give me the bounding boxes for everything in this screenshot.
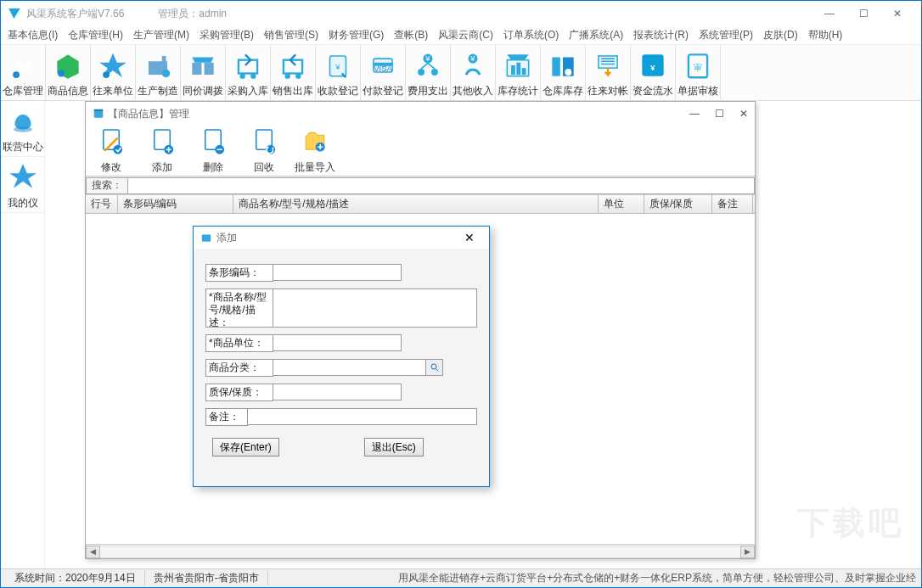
inp-remark[interactable] bbox=[248, 408, 477, 425]
col-0[interactable]: 行号 bbox=[86, 195, 118, 213]
tb-doc-audit[interactable]: 审 单据审核 bbox=[676, 45, 721, 100]
svg-rect-52 bbox=[511, 65, 515, 75]
status-right-text: 用风渠全能进销存+云商订货平台+分布式仓储的+财务一体化ERP系统，简单方便，轻… bbox=[398, 571, 916, 585]
cbtn-add[interactable]: 添加 bbox=[138, 128, 186, 173]
svg-rect-84 bbox=[202, 235, 211, 242]
tb-product-info-icon bbox=[51, 48, 85, 82]
tb-warehouse-mgmt[interactable]: 仓库管理 bbox=[1, 45, 46, 100]
menubar: 基本信息(I) 仓库管理(H) 生产管理(M) 采购管理(B) 销售管理(S) … bbox=[1, 26, 921, 45]
status-time: 系统时间：2020年9月14日 bbox=[6, 571, 145, 585]
minimize-button[interactable]: — bbox=[812, 2, 846, 25]
dialog-close-button[interactable]: ✕ bbox=[457, 231, 482, 244]
lab-warranty: 质保/保质： bbox=[205, 384, 273, 401]
inp-name[interactable] bbox=[273, 288, 477, 328]
menu-production[interactable]: 生产管理(M) bbox=[128, 26, 194, 44]
tb-warehouse-stock-label: 仓库库存 bbox=[543, 84, 583, 98]
search-input[interactable] bbox=[128, 177, 755, 194]
svg-point-29 bbox=[295, 74, 301, 79]
tb-cashflow-icon: ¥ bbox=[636, 48, 670, 82]
tb-reconcile[interactable]: 往来对帐 bbox=[586, 45, 631, 100]
tb-expense[interactable]: ¥ 费用支出 bbox=[406, 45, 451, 100]
tb-manufacture[interactable]: 生产制造 bbox=[136, 45, 181, 100]
tb-cashflow-label: 资金流水 bbox=[632, 84, 673, 98]
col-2[interactable]: 商品名称/型号/规格/描述 bbox=[233, 195, 599, 213]
menu-sales[interactable]: 销售管理(S) bbox=[259, 26, 323, 44]
status-location: 贵州省贵阳市-省贵阳市 bbox=[145, 571, 268, 585]
tb-manufacture-icon bbox=[141, 48, 175, 82]
col-4[interactable]: 质保/保质 bbox=[644, 195, 712, 213]
close-button[interactable]: ✕ bbox=[880, 2, 914, 25]
menu-cloud[interactable]: 风渠云商(C) bbox=[433, 26, 498, 44]
menu-skin[interactable]: 皮肤(D) bbox=[758, 26, 803, 44]
menu-help[interactable]: 帮助(H) bbox=[803, 26, 848, 44]
side-dashboard[interactable]: 我的仪 bbox=[1, 157, 44, 213]
childwin-max-button[interactable]: ☐ bbox=[715, 108, 724, 120]
tb-sales-out-label: 销售出库 bbox=[273, 84, 313, 98]
side-affiliate[interactable]: 联营中心 bbox=[1, 101, 44, 157]
statusbar: 系统时间：2020年9月14日 贵州省贵阳市-省贵阳市 用风渠全能进销存+云商订… bbox=[1, 568, 921, 587]
svg-rect-54 bbox=[522, 68, 526, 75]
inp-unit[interactable] bbox=[273, 334, 402, 351]
tb-transfer[interactable]: 同价调拨 bbox=[181, 45, 226, 100]
tb-sales-out[interactable]: 销售出库 bbox=[271, 45, 316, 100]
col-5[interactable]: 备注 bbox=[712, 195, 753, 213]
tb-stock-stats-icon bbox=[501, 48, 535, 82]
menu-finance[interactable]: 财务管理(G) bbox=[323, 26, 389, 44]
browse-category-button[interactable] bbox=[426, 359, 443, 376]
cbtn-edit-label: 修改 bbox=[101, 160, 121, 175]
col-3[interactable]: 单位 bbox=[599, 195, 644, 213]
cbtn-recycle[interactable]: 回收 bbox=[240, 128, 288, 173]
tb-purchase-in[interactable]: 采购入库 bbox=[226, 45, 271, 100]
menu-accounts[interactable]: 查帐(B) bbox=[389, 26, 433, 44]
tb-warehouse-mgmt-icon bbox=[6, 48, 40, 82]
svg-marker-72 bbox=[9, 164, 37, 188]
menu-warehouse[interactable]: 仓库管理(H) bbox=[63, 26, 128, 44]
tb-payment-reg-label: 付款登记 bbox=[363, 84, 403, 98]
menu-report[interactable]: 报表统计(R) bbox=[628, 26, 694, 44]
menu-basic[interactable]: 基本信息(I) bbox=[3, 26, 63, 44]
maximize-button[interactable]: ☐ bbox=[846, 2, 880, 25]
menu-broadcast[interactable]: 广播系统(A) bbox=[564, 26, 628, 44]
scroll-right-arrow-icon[interactable]: ▶ bbox=[740, 546, 755, 558]
save-button[interactable]: 保存(Enter) bbox=[212, 438, 279, 456]
scrollbar-track[interactable] bbox=[100, 546, 740, 558]
lab-remark: 备注： bbox=[205, 408, 248, 426]
menu-system[interactable]: 系统管理(P) bbox=[694, 26, 758, 44]
tb-contacts[interactable]: 往来单位 bbox=[91, 45, 136, 100]
tb-stock-stats[interactable]: 库存统计 bbox=[496, 45, 541, 100]
inp-category[interactable] bbox=[273, 359, 426, 376]
exit-button[interactable]: 退出(Esc) bbox=[364, 438, 424, 456]
svg-text:审: 审 bbox=[694, 63, 702, 72]
inp-barcode[interactable] bbox=[273, 264, 402, 281]
childwin-min-button[interactable]: — bbox=[689, 108, 700, 120]
tb-payment-reg[interactable]: VISA 付款登记 bbox=[361, 45, 406, 100]
horizontal-scrollbar[interactable]: ◀ ▶ bbox=[86, 544, 755, 558]
cbtn-delete[interactable]: 删除 bbox=[189, 128, 237, 173]
lab-name: *商品名称/型号/规格/描述： bbox=[205, 288, 273, 328]
inp-warranty[interactable] bbox=[273, 384, 402, 400]
scroll-left-arrow-icon[interactable]: ◀ bbox=[86, 546, 100, 558]
menu-order[interactable]: 订单系统(O) bbox=[498, 26, 564, 44]
menu-purchase[interactable]: 采购管理(B) bbox=[194, 26, 259, 44]
svg-rect-74 bbox=[94, 109, 104, 111]
svg-text:¥: ¥ bbox=[424, 53, 430, 63]
col-1[interactable]: 条形码/编码 bbox=[118, 195, 233, 213]
tb-product-info[interactable]: 商品信息 bbox=[46, 45, 91, 100]
svg-rect-53 bbox=[516, 63, 520, 75]
cbtn-import[interactable]: 批量导入 bbox=[291, 128, 339, 173]
add-dialog: 添加 ✕ 条形编码： *商品名称/型号/规格/描述： *商品单位： 商品分类： … bbox=[193, 226, 490, 487]
cbtn-edit[interactable]: 修改 bbox=[87, 128, 135, 173]
svg-point-71 bbox=[13, 126, 31, 132]
childwin-title: 【商品信息】管理 bbox=[108, 107, 189, 121]
childwin-close-button[interactable]: ✕ bbox=[739, 108, 748, 120]
lab-unit: *商品单位： bbox=[205, 334, 273, 352]
side-dashboard-icon bbox=[6, 160, 40, 194]
cbtn-edit-icon bbox=[98, 127, 125, 159]
grid-header: 行号条形码/编码商品名称/型号/规格/描述单位质保/保质备注 bbox=[86, 195, 755, 214]
tb-other-income[interactable]: ¥ 其他收入 bbox=[451, 45, 496, 100]
svg-line-86 bbox=[436, 369, 438, 372]
tb-receive-reg[interactable]: ¥ 收款登记 bbox=[316, 45, 361, 100]
svg-rect-57 bbox=[552, 58, 560, 76]
tb-warehouse-stock[interactable]: 仓库库存 bbox=[541, 45, 586, 100]
tb-cashflow[interactable]: ¥ 资金流水 bbox=[631, 45, 676, 100]
